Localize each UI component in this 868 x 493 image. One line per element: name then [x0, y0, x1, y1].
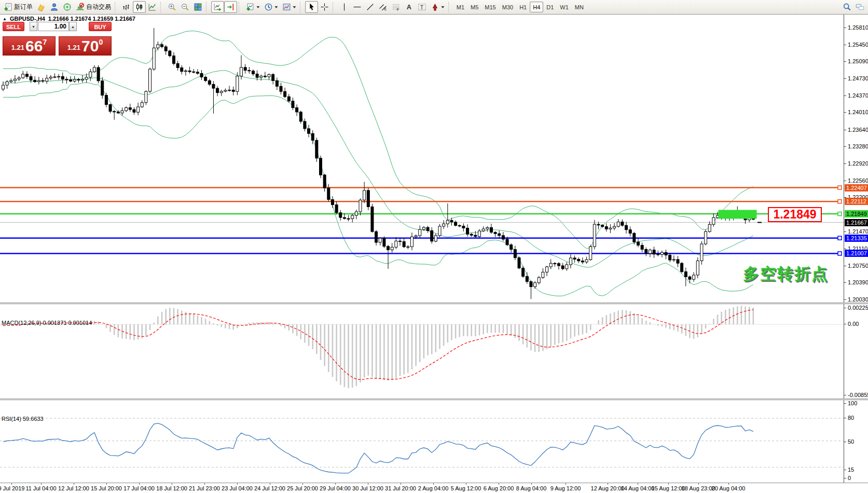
cursor-button[interactable] [305, 1, 318, 13]
timeframe-H4[interactable]: H4 [530, 2, 543, 12]
volume-decrement-button[interactable]: ▼ [30, 22, 37, 31]
trendline-button[interactable] [364, 1, 377, 13]
timeframe-MN[interactable]: MN [572, 2, 587, 12]
turning-point-annotation[interactable]: 多空转折点 [743, 263, 829, 285]
candle-body [77, 79, 80, 80]
text-button[interactable]: A [403, 1, 416, 13]
price-axis-tick [844, 130, 846, 130]
metaeditor-button[interactable] [35, 1, 48, 13]
volume-increment-button[interactable]: ▲ [69, 22, 77, 31]
crosshair-button[interactable] [318, 1, 331, 13]
buy-button[interactable]: BUY [89, 22, 112, 31]
sell-price-tile[interactable]: 1.21 66 7 [3, 36, 56, 56]
arrows-button[interactable]: ▼ [429, 1, 447, 13]
time-axis-tick [139, 483, 140, 485]
candle-body [256, 74, 258, 78]
timeframe-M5[interactable]: M5 [467, 2, 481, 12]
price-callout-box[interactable]: 1.21849 [768, 207, 822, 222]
auto-scroll-button[interactable] [211, 1, 224, 13]
candle-body [244, 67, 246, 71]
timeframe-D1[interactable]: D1 [543, 2, 557, 12]
candle-body [490, 228, 492, 232]
candle-body [125, 107, 128, 111]
line-handle[interactable] [838, 252, 842, 255]
candle-body [526, 277, 528, 282]
macd-axis-tick [844, 395, 846, 395]
bar-chart-button[interactable] [120, 1, 133, 13]
candle-body [617, 222, 619, 227]
chart-shift-button[interactable] [224, 1, 237, 13]
candle-body [613, 226, 616, 228]
label-button[interactable]: T [416, 1, 429, 13]
trendline-icon [366, 3, 375, 11]
candle-body [410, 237, 413, 246]
green-zone-rect[interactable] [719, 210, 756, 218]
main-price-chart[interactable] [0, 15, 844, 303]
volume-input[interactable] [38, 22, 69, 31]
line-handle[interactable] [838, 236, 842, 240]
rsi-indicator-label: RSI(14) 59.6633 [2, 416, 44, 422]
time-axis-label: 12 Jul 12:00 [58, 485, 89, 491]
zoom-in-button[interactable] [166, 1, 178, 13]
candle-body [46, 78, 48, 81]
candle-body [684, 272, 687, 277]
rsi-pane[interactable] [0, 400, 844, 483]
macd-indicator-label: MACD(12,26,9) 0.001371 0.001014 [2, 320, 92, 326]
candle-body [367, 190, 369, 207]
timeframe-M15[interactable]: M15 [481, 2, 499, 12]
candle-body [681, 263, 683, 271]
templates-button[interactable]: ▼ [280, 1, 298, 13]
vertical-line-button[interactable] [338, 1, 351, 13]
candlestick-chart-icon [135, 3, 144, 11]
timeframe-M30[interactable]: M30 [499, 2, 516, 12]
time-axis-label: 15 Aug 12:00 [652, 485, 685, 491]
autotrading-button[interactable]: 自动交易 [74, 1, 113, 13]
fibonacci-icon: F [392, 3, 401, 11]
candle-body [355, 212, 357, 215]
macd-pane[interactable] [0, 304, 844, 399]
candle-body [212, 84, 215, 88]
pane-separator[interactable] [0, 303, 868, 304]
channel-button[interactable]: E [377, 1, 390, 13]
periods-button[interactable]: ▼ [262, 1, 280, 13]
new-order-button[interactable]: 新订单 [2, 1, 35, 13]
candle-body [660, 252, 663, 254]
macd-signal-line [3, 310, 753, 380]
collapse-chart-icon[interactable]: ▲ [3, 17, 7, 21]
pane-separator[interactable] [0, 399, 868, 400]
candle-body [351, 215, 354, 218]
rsi-name: RSI(14) [2, 416, 21, 422]
search-button[interactable] [841, 1, 853, 13]
zoom-out-icon [181, 3, 189, 11]
time-axis[interactable]: 9 Jul 201911 Jul 04:0012 Jul 12:0015 Jul… [0, 483, 868, 493]
horizontal-line-icon [353, 3, 362, 11]
price-level-chip: 1.22407 [845, 184, 868, 191]
line-handle[interactable] [838, 186, 842, 189]
tile-windows-button[interactable] [191, 1, 204, 13]
horizontal-line-button[interactable] [351, 1, 364, 13]
line-handle[interactable] [838, 200, 842, 203]
price-axis-tick [844, 231, 846, 232]
line-handle[interactable] [838, 212, 842, 216]
data-window-button[interactable] [48, 1, 61, 13]
add-indicator-button[interactable]: ▼ [244, 1, 262, 13]
search-icon [843, 3, 851, 11]
time-axis-tick [302, 483, 303, 485]
toolbar-separator [115, 2, 118, 12]
zoom-out-button[interactable] [178, 1, 191, 13]
navigator-button[interactable] [61, 1, 74, 13]
candlestick-chart-button[interactable] [133, 1, 146, 13]
time-axis-tick [368, 483, 368, 485]
timeframe-M1[interactable]: M1 [453, 2, 467, 12]
fibonacci-button[interactable]: F [390, 1, 403, 13]
timeframe-W1[interactable]: W1 [557, 2, 572, 12]
price-axis[interactable]: 1.258101.254501.250901.247301.243701.240… [844, 15, 868, 493]
timeframe-H1[interactable]: H1 [516, 2, 530, 12]
macd-axis-label: 0.00 [848, 321, 859, 327]
candle-body [228, 90, 231, 90]
buy-price-tile[interactable]: 1.21 70 0 [59, 36, 112, 56]
chat-button[interactable] [853, 1, 866, 13]
price-axis-tick [844, 112, 846, 113]
sell-button[interactable]: SELL [3, 22, 24, 31]
line-chart-button[interactable] [146, 1, 159, 13]
